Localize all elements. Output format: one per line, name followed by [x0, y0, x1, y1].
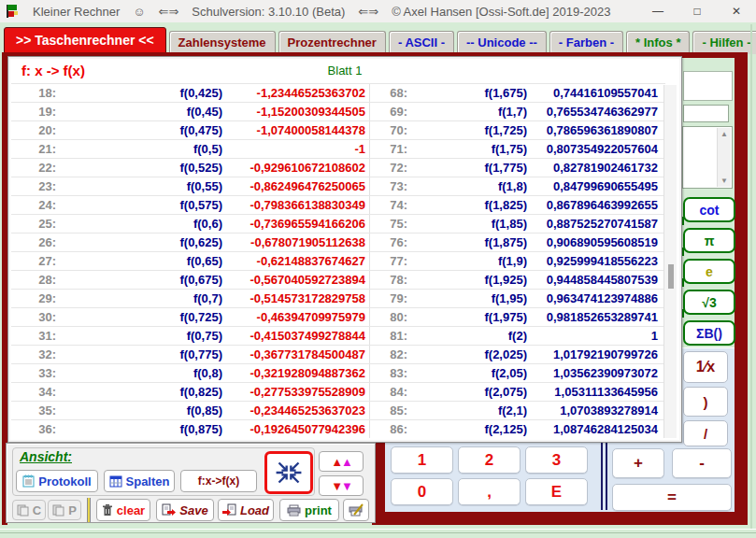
- f-value: 0,786596361890807: [527, 121, 660, 139]
- table-row[interactable]: 36:f(0,875)-0,19264507794239686:f(2,125)…: [11, 419, 665, 438]
- table-row[interactable]: 31:f(0,75)-0,41503749927884481:f(2)1: [11, 326, 665, 345]
- row-number: 80:: [370, 308, 407, 326]
- table-row[interactable]: 29:f(0,7)-0,51457317282975879:f(1,95)0,9…: [11, 289, 665, 307]
- tab-prozentrechner[interactable]: Prozentrechner: [278, 31, 386, 54]
- table-row[interactable]: 18:f(0,425)-1,2344652536370268:f(1,675)0…: [11, 83, 665, 102]
- row-number: 36:: [11, 420, 56, 438]
- calc-display: [683, 71, 733, 101]
- tab-ascii[interactable]: - ASCII -: [389, 31, 454, 54]
- f-value: -0,798366138830349: [222, 196, 370, 214]
- calc-history-list[interactable]: ▲ ▼: [682, 126, 733, 189]
- table-scrollbar[interactable]: [663, 85, 677, 438]
- table-row[interactable]: 24:f(0,575)-0,79836613883034974:f(1,825)…: [11, 195, 665, 214]
- f-value: -1,07400058144378: [222, 121, 370, 139]
- tab-infos[interactable]: * Infos *: [626, 31, 690, 54]
- key-2[interactable]: 2: [458, 446, 521, 474]
- minus-button[interactable]: -: [672, 448, 732, 478]
- calc-input-field[interactable]: [683, 105, 729, 122]
- f-label: f(0,725): [56, 308, 222, 326]
- load-file-icon: [222, 503, 236, 517]
- fx-view-button[interactable]: f:x->f(x): [180, 470, 257, 492]
- key-comma[interactable]: ,: [458, 478, 521, 505]
- f-value: 1,08746284125034: [527, 420, 660, 438]
- tab-farben[interactable]: - Farben -: [549, 31, 623, 54]
- key-0[interactable]: 0: [391, 478, 453, 505]
- table-row[interactable]: 19:f(0,45)-1,1520030934450569:f(1,7)0,76…: [11, 102, 665, 120]
- f-value: -1: [222, 140, 370, 158]
- table-row[interactable]: 35:f(0,85)-0,23446525363702385:f(2,1)1,0…: [11, 401, 665, 419]
- window-bottom-edge: [0, 529, 756, 533]
- spalten-button[interactable]: Spalten: [104, 470, 175, 492]
- table-row[interactable]: 34:f(0,825)-0,27753397552890984:f(2,075)…: [11, 382, 665, 401]
- scroll-down-button[interactable]: ▼▼: [319, 475, 364, 496]
- row-number: 23:: [11, 177, 56, 195]
- table-row[interactable]: 30:f(0,725)-0,4639470997597980:f(1,975)0…: [11, 307, 665, 326]
- scroll-up-icon[interactable]: ▲: [720, 130, 728, 138]
- list-scrollbar[interactable]: ▲ ▼: [717, 128, 731, 187]
- f-value: -0,277533975528909: [222, 383, 370, 401]
- close-paren-button[interactable]: ): [683, 387, 728, 417]
- table-row[interactable]: 20:f(0,475)-1,0740005814437870:f(1,725)0…: [11, 120, 665, 139]
- f-label: f(1,9): [407, 252, 527, 270]
- f-value: -0,62148837674627: [222, 252, 370, 270]
- f-value: 0,981852653289741: [527, 308, 660, 326]
- table-row[interactable]: 26:f(0,625)-0,67807190511263876:f(1,875)…: [11, 233, 665, 251]
- row-number: 21:: [11, 140, 56, 158]
- tab-zahlensysteme[interactable]: Zahlensysteme: [169, 31, 276, 54]
- f-value: -0,415037499278844: [222, 327, 370, 345]
- shrink-window-button[interactable]: [264, 451, 313, 494]
- close-button[interactable]: ✕: [717, 0, 756, 22]
- plus-button[interactable]: +: [612, 448, 664, 478]
- key-exponent[interactable]: E: [525, 478, 588, 505]
- function-button-3[interactable]: √3: [683, 290, 735, 315]
- function-button-column: cotπe√3ΣB(): [683, 197, 735, 351]
- save-file-icon: [162, 503, 176, 517]
- print-button[interactable]: print: [279, 499, 339, 521]
- copyright-label: © Axel Hansen [Ossi-Soft.de] 2019-2023: [392, 5, 610, 19]
- minimize-button[interactable]: —: [638, 0, 678, 22]
- tab-hilfen[interactable]: - Hilfen -: [692, 31, 756, 54]
- print-setup-button[interactable]: [343, 499, 369, 521]
- f-value: 1,05311133645956: [527, 383, 660, 401]
- f-value: -0,514573172829758: [222, 290, 370, 307]
- table-row[interactable]: 27:f(0,65)-0,6214883767462777:f(1,9)0,92…: [11, 251, 665, 270]
- table-row[interactable]: 21:f(0,5)-171:f(1,75)0,807354922057604: [11, 139, 665, 158]
- table-row[interactable]: 32:f(0,775)-0,36773178450048782:f(2,025)…: [11, 345, 665, 363]
- save-button[interactable]: Save: [156, 499, 214, 521]
- function-button-cot[interactable]: cot: [683, 197, 735, 222]
- divide-button[interactable]: /: [683, 420, 728, 446]
- scroll-down-icon[interactable]: ▼: [720, 177, 728, 185]
- table-row[interactable]: 28:f(0,675)-0,56704059272389478:f(1,925)…: [11, 270, 665, 289]
- copy-button-disabled: C: [12, 500, 46, 520]
- tab-taschenrechner[interactable]: >> Taschenrechner <<: [4, 27, 166, 54]
- function-button-b[interactable]: ΣB(): [683, 320, 735, 346]
- equals-button[interactable]: =: [612, 484, 732, 511]
- f-value: 0,944858445807539: [527, 271, 660, 289]
- row-number: 27:: [11, 252, 56, 270]
- load-button[interactable]: Load: [218, 499, 274, 521]
- table-row[interactable]: 23:f(0,55)-0,86249647625006573:f(1,8)0,8…: [11, 177, 665, 195]
- table-row[interactable]: 33:f(0,8)-0,32192809488736283:f(2,05)1,0…: [11, 363, 665, 382]
- key-1[interactable]: 1: [391, 446, 453, 474]
- f-label: f(0,85): [56, 402, 222, 419]
- function-button-e[interactable]: e: [683, 259, 735, 284]
- f-value: -0,678071905112638: [222, 234, 370, 251]
- row-number: 86:: [370, 420, 407, 438]
- maximize-button[interactable]: □: [678, 0, 717, 22]
- fx-view-label: f:x->f(x): [198, 474, 239, 488]
- scroll-up-button[interactable]: ▲▲: [319, 451, 364, 472]
- function-button-[interactable]: π: [683, 228, 735, 253]
- table-scrollbar-thumb[interactable]: [668, 264, 674, 289]
- row-number: 77:: [370, 252, 407, 270]
- table-row[interactable]: 22:f(0,525)-0,92961067210860272:f(1,775)…: [11, 158, 665, 177]
- table-row[interactable]: 25:f(0,6)-0,73696559416620675:f(1,85)0,8…: [11, 214, 665, 233]
- row-number: 76:: [370, 234, 407, 251]
- f-value: -1,15200309344505: [222, 103, 370, 120]
- protokoll-button[interactable]: Protokoll: [16, 470, 98, 492]
- trash-icon: [102, 503, 113, 517]
- clear-button[interactable]: clear: [96, 499, 150, 521]
- key-3[interactable]: 3: [525, 446, 588, 474]
- tab-unicode[interactable]: -- Unicode --: [457, 31, 547, 54]
- reciprocal-button[interactable]: 1⁄x: [683, 351, 728, 383]
- f-value: -0,567040592723894: [222, 271, 370, 289]
